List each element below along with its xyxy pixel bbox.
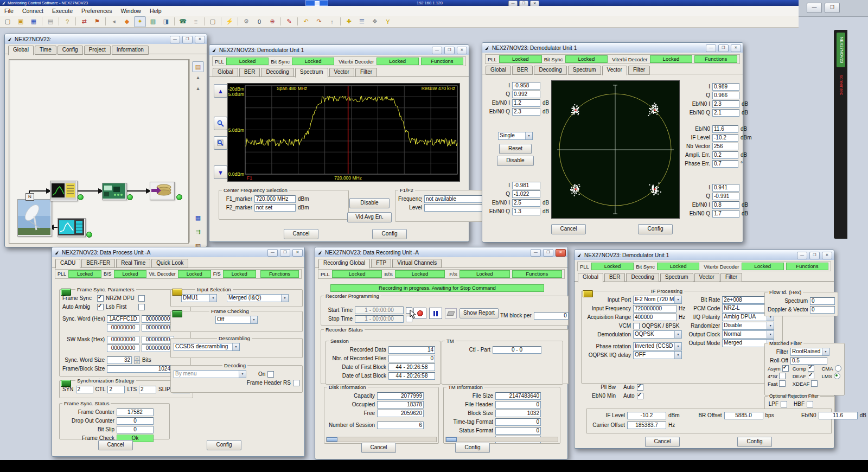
tab-cadu[interactable]: CADU [55,259,80,269]
nav-back-icon[interactable]: ◂ [108,16,120,27]
outer-minimize-button[interactable]: — [807,3,822,13]
phone-icon[interactable]: ☎ [177,16,189,27]
filter-select[interactable]: RootRaised▼ [790,348,829,356]
tab-decoding[interactable]: Decoding [261,68,293,77]
device-config-icon[interactable]: ▥ [147,16,159,27]
input-frequency-input[interactable]: 720000000 [633,305,676,312]
hbf-checkbox[interactable] [807,401,813,407]
counter-icon[interactable]: 0 [253,16,265,27]
ctl-field[interactable]: 2 [107,386,125,393]
functions-button[interactable]: Functions [260,270,299,278]
titlebar[interactable]: NEX27NOV23: Data Process Unit -A — ❐ ✕ [52,247,304,257]
config-button[interactable]: Config [207,440,241,450]
menu-connect[interactable]: Connect [18,7,48,15]
cma-radio[interactable] [835,365,841,372]
tab-vector[interactable]: Vector [602,66,627,75]
lms-radio[interactable] [834,373,840,379]
lts-field[interactable]: 2 [139,386,156,393]
side-tab-recorder[interactable]: screenrec [838,75,844,95]
spin-down-icon[interactable]: ▼ [134,360,140,364]
config-button[interactable]: Config [455,443,490,453]
auto-ambig-checkbox[interactable] [97,304,104,310]
close-button[interactable]: ✕ [457,47,467,54]
cancel-button[interactable]: Cancel [551,224,586,234]
input-unit-select[interactable]: DMU1▼ [181,294,217,302]
config-button[interactable]: Config [372,229,407,239]
transfer-arrows-icon[interactable]: ⇄ [78,16,90,27]
open-folder-icon[interactable]: ▣ [15,16,27,27]
tab-decoding[interactable]: Decoding [534,66,566,75]
frame-header-rs-checkbox[interactable] [293,380,299,386]
pause-button[interactable] [429,308,442,319]
config-button[interactable]: Config [638,224,673,234]
output-clock-select[interactable]: Normal▼ [722,330,774,339]
tools-icon[interactable]: ✚ [343,16,355,27]
tab-spectrum[interactable]: Spectrum [660,273,693,282]
asym-checkbox[interactable] [782,365,789,372]
tab-filter[interactable]: Filter [355,68,377,77]
spectrum-input[interactable]: 0 [810,297,835,305]
nav-next-icon[interactable]: ◆ [121,16,133,27]
tab-filter[interactable]: Filter [720,273,742,282]
vid-avg-button[interactable]: Vid Avg En. [347,212,392,222]
sync-word-size-field[interactable]: 32 [107,356,132,364]
overview-canvas[interactable]: N [9,59,189,244]
frame-block-size-input[interactable]: 1024 [107,365,172,373]
tab-ber[interactable]: BER [239,68,260,77]
maximize-button[interactable]: ❐ [182,36,193,43]
display-config-icon[interactable]: ▦ [192,212,204,223]
frame-checking-select[interactable]: Off▼ [215,316,258,324]
cancel-button[interactable]: Cancel [98,440,133,450]
config-button[interactable]: Config [737,437,772,447]
constellation-display[interactable] [551,80,680,219]
reset-button[interactable]: Reset [499,144,532,154]
zoom-in-button[interactable] [214,117,227,130]
hex-field-2[interactable]: 00000000 [142,324,174,331]
hex-field-1[interactable]: 00000000 [107,324,139,331]
tab-ber[interactable]: BER [604,273,626,282]
functions-button[interactable]: Functions [694,55,737,63]
functions-button[interactable]: Functions [512,270,563,278]
erase-button[interactable] [445,308,457,318]
io-plug-icon[interactable]: ⊕ [266,16,278,27]
hex-field-1[interactable]: 00000000 [107,345,139,352]
cancel-button[interactable]: Cancel [284,229,318,239]
zo om-out-button[interactable] [214,136,227,150]
menu-help[interactable]: Help [145,7,166,15]
terminal-icon[interactable]: ◨ [160,16,172,27]
taskbar-item[interactable] [305,0,328,6]
frame-sync-checkbox[interactable] [97,295,104,302]
tab-ftp[interactable]: FTP [371,259,391,268]
horizontal-scrollbar[interactable] [445,437,558,442]
show-report-button[interactable]: Show Report [459,308,499,318]
outer-maximize-button[interactable]: ❐ [825,3,840,13]
tab-time[interactable]: Time [35,46,56,55]
tab-config[interactable]: Config [58,46,83,55]
titlebar[interactable]: NEX27NOV23: Demodulator Unit 1 — ❐ ✕ [575,250,834,260]
randomizer-select[interactable]: Disable▼ [722,322,774,330]
mode-select[interactable]: Single▼ [498,132,533,140]
scrollbar-thumb[interactable] [446,437,457,442]
sw-mask-hex-field-2[interactable]: 00000000 [142,336,174,343]
tab-project[interactable]: Project [84,46,111,55]
titlebar[interactable]: NEX27NOV23: — ❐ ✕ [5,34,207,44]
decoding-select[interactable]: By menu▼ [174,370,246,378]
deaf-checkbox[interactable] [808,373,814,379]
event-list-icon[interactable]: ☰ [356,16,368,27]
cancel-button[interactable]: Cancel [645,437,680,447]
close-button[interactable]: ✕ [292,249,303,257]
tab-real-time[interactable]: Real Time [116,259,150,268]
lsb-first-checkbox[interactable] [138,304,145,310]
4-sr-checkbox[interactable] [779,373,786,379]
antenna-small-icon[interactable]: ▲ [192,83,204,94]
tab-vector[interactable]: Vector [329,68,354,77]
spectrum-analyzer-node[interactable] [58,218,86,237]
scrollbar-thumb[interactable] [327,437,337,442]
minimize-button[interactable]: — [797,252,807,259]
menu-execute[interactable]: Execute [48,7,77,15]
oqpsk-i-q-delay-select[interactable]: OFF▼ [633,351,682,359]
fast-checkbox[interactable] [779,380,786,387]
tab-decoding[interactable]: Decoding [626,273,659,282]
minimize-button[interactable]: — [267,249,278,257]
tab-vector[interactable]: Vector [694,273,719,282]
